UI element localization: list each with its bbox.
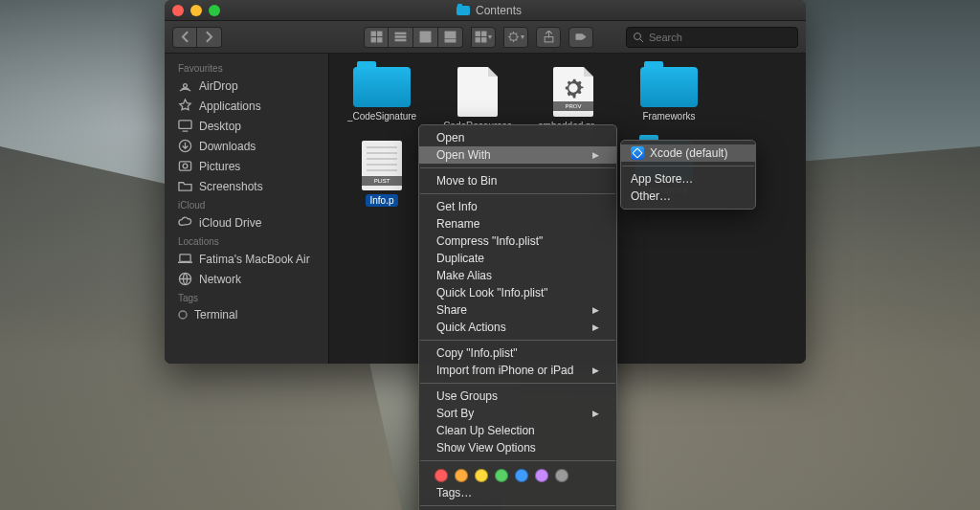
column-view-button[interactable] <box>413 27 438 48</box>
svg-rect-26 <box>180 255 190 262</box>
svg-rect-15 <box>482 32 486 35</box>
submenu-arrow-icon: ▶ <box>592 366 599 375</box>
sidebar-item-label: Pictures <box>199 160 240 173</box>
tag-dot-icon <box>178 310 188 320</box>
airdrop-icon <box>178 78 192 93</box>
nav-buttons <box>172 27 222 48</box>
submenu-item-xcode[interactable]: Xcode (default) <box>621 144 755 162</box>
icon-view-button[interactable] <box>364 27 389 48</box>
submenu-arrow-icon: ▶ <box>592 150 599 160</box>
menu-item-rename[interactable]: Rename <box>419 215 616 233</box>
menu-item-move-to-bin[interactable]: Move to Bin <box>419 172 616 189</box>
sidebar: Favourites AirDrop Applications Desktop … <box>165 54 329 364</box>
sidebar-item-label: Applications <box>199 100 261 113</box>
menu-item-duplicate[interactable]: Duplicate <box>419 250 616 267</box>
search-field[interactable] <box>626 27 798 48</box>
menu-item-quick-actions[interactable]: Quick Actions▶ <box>419 319 616 336</box>
tag-color-yellow[interactable] <box>475 469 488 482</box>
file-item[interactable]: CodeResources <box>442 67 513 131</box>
menu-item-label: Clean Up Selection <box>436 424 535 437</box>
svg-rect-10 <box>445 32 456 38</box>
minimize-button[interactable] <box>190 5 202 16</box>
menu-item-tags[interactable]: Tags… <box>419 484 616 501</box>
svg-rect-22 <box>179 121 191 128</box>
sidebar-item-tag-terminal[interactable]: Terminal <box>165 305 328 324</box>
svg-rect-16 <box>476 38 479 42</box>
svg-rect-3 <box>377 38 381 42</box>
menu-item-open[interactable]: Open <box>419 129 616 146</box>
arrange-group: ▾ <box>471 27 496 48</box>
menu-item-use-groups[interactable]: Use Groups <box>419 388 616 405</box>
menu-separator <box>420 340 615 341</box>
back-button[interactable] <box>172 27 197 48</box>
menu-separator <box>420 193 615 194</box>
menu-item-label: Make Alias <box>436 269 492 282</box>
zoom-button[interactable] <box>209 5 220 16</box>
menu-item-open-with[interactable]: Open With▶ <box>419 146 616 164</box>
menu-separator <box>420 167 615 168</box>
arrange-button[interactable]: ▾ <box>471 27 496 48</box>
file-item[interactable]: _CodeSignature <box>346 67 417 131</box>
submenu-item-other[interactable]: Other… <box>621 188 755 205</box>
file-item[interactable]: Frameworks <box>634 67 704 131</box>
open-with-submenu: Xcode (default) App Store… Other… <box>620 140 756 210</box>
sidebar-item-airdrop[interactable]: AirDrop <box>165 76 328 96</box>
tag-color-green[interactable] <box>495 469 508 482</box>
submenu-item-app-store[interactable]: App Store… <box>621 170 755 188</box>
provisioning-icon: PROV <box>553 67 593 117</box>
sidebar-item-desktop[interactable]: Desktop <box>165 116 328 136</box>
gallery-view-button[interactable] <box>438 27 463 48</box>
menu-item-view-options[interactable]: Show View Options <box>419 439 616 456</box>
menu-item-clean-up[interactable]: Clean Up Selection <box>419 422 616 439</box>
sidebar-item-screenshots[interactable]: Screenshots <box>165 176 328 196</box>
file-label: _CodeSignature <box>347 111 416 122</box>
file-grid: _CodeSignature CodeResources PROV embedd… <box>346 67 789 131</box>
menu-item-get-info[interactable]: Get Info <box>419 198 616 215</box>
menu-item-import[interactable]: Import from iPhone or iPad▶ <box>419 362 616 379</box>
sidebar-item-macbook[interactable]: Fatima's MacBook Air <box>165 249 328 269</box>
sidebar-item-icloud-drive[interactable]: iCloud Drive <box>165 212 328 233</box>
submenu-arrow-icon: ▶ <box>592 305 599 315</box>
menu-item-quick-look[interactable]: Quick Look "Info.plist" <box>419 284 616 301</box>
menu-item-label: Use Groups <box>436 389 498 403</box>
tags-button[interactable] <box>568 27 593 48</box>
tag-color-orange[interactable] <box>455 469 468 482</box>
tag-color-grey[interactable] <box>555 469 568 482</box>
file-item[interactable]: PROV embedded.provisi <box>538 67 609 131</box>
sidebar-item-network[interactable]: Network <box>165 269 328 289</box>
menu-item-label: Duplicate <box>436 252 484 265</box>
laptop-icon <box>178 252 192 266</box>
file-item-selected[interactable]: PLIST Info.p <box>346 141 417 207</box>
submenu-arrow-icon: ▶ <box>592 322 599 332</box>
tag-color-blue[interactable] <box>515 469 528 482</box>
sidebar-heading-icloud: iCloud <box>165 196 328 212</box>
sidebar-item-label: Network <box>199 273 241 286</box>
svg-point-25 <box>183 164 188 168</box>
share-button[interactable] <box>536 27 561 48</box>
sidebar-item-downloads[interactable]: Downloads <box>165 136 328 156</box>
menu-item-compress[interactable]: Compress "Info.plist" <box>419 233 616 250</box>
menu-item-sort-by[interactable]: Sort By▶ <box>419 405 616 422</box>
svg-rect-7 <box>420 32 423 42</box>
forward-button[interactable] <box>197 27 222 48</box>
search-input[interactable] <box>649 32 791 43</box>
sidebar-item-label: AirDrop <box>199 79 238 93</box>
svg-rect-17 <box>482 38 486 42</box>
tag-color-red[interactable] <box>434 469 448 482</box>
sidebar-item-pictures[interactable]: Pictures <box>165 156 328 176</box>
action-button[interactable]: ▾ <box>503 27 528 48</box>
close-button[interactable] <box>172 5 184 16</box>
sidebar-item-label: Terminal <box>194 308 237 322</box>
menu-item-make-alias[interactable]: Make Alias <box>419 267 616 284</box>
menu-item-copy[interactable]: Copy "Info.plist" <box>419 344 616 362</box>
list-view-button[interactable] <box>389 27 413 48</box>
sidebar-item-applications[interactable]: Applications <box>165 96 328 116</box>
folder-icon <box>178 179 192 193</box>
tag-color-purple[interactable] <box>535 469 548 482</box>
menu-item-label: Move to Bin <box>436 174 497 188</box>
network-icon <box>178 272 192 286</box>
menu-item-label: Tags… <box>436 486 472 499</box>
file-label: Frameworks <box>642 111 695 122</box>
menu-item-share[interactable]: Share▶ <box>419 301 616 319</box>
svg-rect-14 <box>476 32 479 35</box>
